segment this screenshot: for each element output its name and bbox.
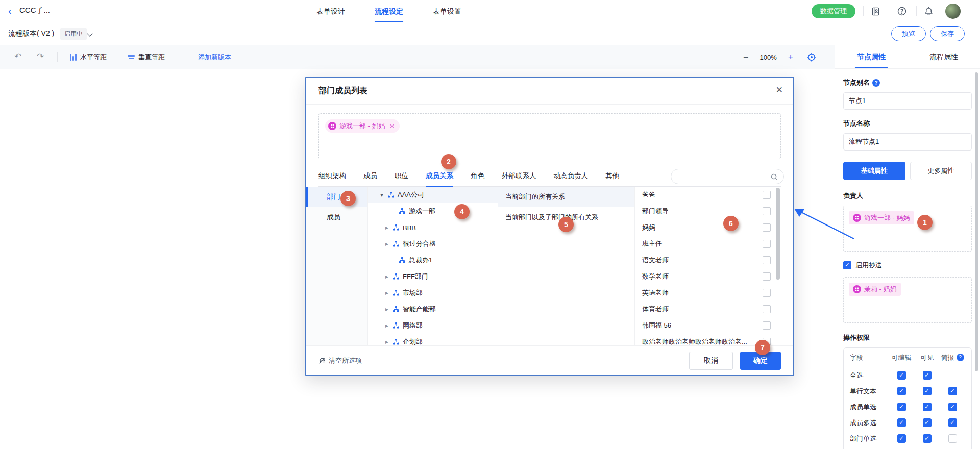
checkbox[interactable] bbox=[897, 371, 906, 380]
help-icon[interactable] bbox=[896, 5, 908, 17]
expand-icon[interactable] bbox=[385, 273, 393, 280]
checkbox[interactable] bbox=[897, 418, 906, 427]
relation-scope-current[interactable]: 当前部门的所有关系 bbox=[498, 187, 634, 207]
checkbox[interactable] bbox=[923, 418, 932, 427]
clear-selection-button[interactable]: 清空所选项 bbox=[318, 356, 362, 365]
owner-select-area[interactable]: 游戏一部 - 妈妈 bbox=[843, 206, 972, 252]
member-row[interactable]: 部门领导 bbox=[635, 203, 781, 219]
version-dropdown-icon[interactable] bbox=[87, 31, 92, 36]
contacts-icon[interactable] bbox=[869, 5, 881, 17]
checkbox[interactable] bbox=[763, 321, 771, 330]
tab-form-design[interactable]: 表单设计 bbox=[316, 0, 345, 22]
expand-icon[interactable] bbox=[385, 338, 393, 345]
tab-dynamic-owner[interactable]: 动态负责人 bbox=[554, 167, 589, 187]
checkbox[interactable] bbox=[923, 434, 932, 443]
expand-icon[interactable] bbox=[385, 224, 393, 231]
node-name-input[interactable] bbox=[843, 133, 972, 151]
tree-node-smart-capacity[interactable]: 智能产能部 bbox=[368, 301, 498, 317]
list-scrollbar[interactable] bbox=[776, 188, 780, 280]
tree-node-network[interactable]: 网络部 bbox=[368, 317, 498, 334]
more-properties-button[interactable]: 更多属性 bbox=[910, 162, 972, 180]
tab-other[interactable]: 其他 bbox=[605, 167, 619, 187]
checkbox[interactable] bbox=[763, 223, 771, 232]
category-department[interactable]: 部门 bbox=[306, 187, 368, 207]
undo-icon[interactable]: ↶ bbox=[14, 51, 21, 62]
checkbox[interactable] bbox=[897, 434, 906, 443]
tab-org-structure[interactable]: 组织架构 bbox=[318, 167, 346, 187]
collapse-icon[interactable] bbox=[380, 191, 387, 198]
fit-target-icon[interactable] bbox=[806, 52, 817, 62]
expand-icon[interactable] bbox=[385, 322, 393, 329]
enable-cc-checkbox[interactable]: 启用抄送 bbox=[843, 261, 972, 270]
category-member[interactable]: 成员 bbox=[306, 207, 368, 228]
cc-select-area[interactable]: 茉莉 - 妈妈 bbox=[843, 277, 972, 323]
tab-node-properties[interactable]: 节点属性 bbox=[835, 45, 908, 68]
cc-tag[interactable]: 茉莉 - 妈妈 bbox=[849, 283, 901, 296]
brief-help-icon[interactable]: ? bbox=[957, 354, 964, 361]
tree-node-fff[interactable]: FFF部门 bbox=[368, 268, 498, 285]
node-alias-input[interactable] bbox=[843, 92, 972, 110]
close-icon[interactable]: ✕ bbox=[776, 85, 783, 95]
redo-icon[interactable]: ↷ bbox=[37, 51, 44, 62]
tab-external-contact[interactable]: 外部联系人 bbox=[502, 167, 536, 187]
tab-form-config[interactable]: 表单设置 bbox=[433, 0, 461, 22]
tab-flow-properties[interactable]: 流程属性 bbox=[908, 45, 980, 68]
node-alias-help-icon[interactable]: ? bbox=[872, 79, 880, 87]
cancel-button[interactable]: 取消 bbox=[689, 352, 733, 370]
selected-tag[interactable]: 游戏一部 - 妈妈 ✕ bbox=[325, 119, 400, 133]
checkbox-checked-icon[interactable] bbox=[843, 261, 851, 269]
member-row[interactable]: 爸爸 bbox=[635, 187, 781, 203]
checkbox[interactable] bbox=[948, 387, 957, 395]
member-row[interactable]: 班主任 bbox=[635, 236, 781, 252]
member-row[interactable]: 体育老师 bbox=[635, 301, 781, 317]
panel-scrollbar[interactable] bbox=[975, 72, 978, 371]
checkbox[interactable] bbox=[923, 387, 932, 395]
tree-node-bbb[interactable]: BBB bbox=[368, 219, 498, 236]
checkbox[interactable] bbox=[763, 305, 771, 313]
checkbox[interactable] bbox=[763, 289, 771, 297]
vertical-distribute-button[interactable]: 垂直等距 bbox=[128, 45, 165, 69]
basic-properties-button[interactable]: 基础属性 bbox=[843, 162, 905, 180]
remove-tag-icon[interactable]: ✕ bbox=[389, 122, 395, 130]
back-icon[interactable]: ‹ bbox=[8, 5, 12, 17]
expand-icon[interactable] bbox=[385, 306, 393, 313]
checkbox[interactable] bbox=[948, 418, 957, 427]
member-row[interactable]: 妈妈 bbox=[635, 219, 781, 236]
tree-node-ceo-office[interactable]: 总裁办1 bbox=[368, 252, 498, 268]
tab-role[interactable]: 角色 bbox=[471, 167, 484, 187]
document-title[interactable]: CCC子... bbox=[19, 6, 50, 15]
tree-node-game-dept[interactable]: 游戏一部 bbox=[368, 203, 498, 219]
checkbox[interactable] bbox=[948, 403, 957, 411]
search-input[interactable] bbox=[671, 169, 784, 184]
expand-icon[interactable] bbox=[385, 240, 393, 247]
member-row[interactable]: 韩国福 56 bbox=[635, 317, 781, 334]
expand-icon[interactable] bbox=[385, 289, 393, 296]
tree-node-market[interactable]: 市场部 bbox=[368, 285, 498, 301]
checkbox[interactable] bbox=[897, 403, 906, 411]
checkbox[interactable] bbox=[763, 207, 771, 215]
data-manage-button[interactable]: 数据管理 bbox=[812, 4, 855, 18]
horizontal-distribute-button[interactable]: 水平等距 bbox=[70, 45, 107, 69]
zoom-in-button[interactable]: + bbox=[784, 52, 798, 63]
tab-member-relation[interactable]: 成员关系 bbox=[426, 167, 453, 187]
checkbox[interactable] bbox=[763, 272, 771, 281]
tab-position[interactable]: 职位 bbox=[395, 167, 408, 187]
add-version-link[interactable]: 添加新版本 bbox=[198, 45, 231, 69]
checkbox[interactable] bbox=[923, 403, 932, 411]
tree-node-planning[interactable]: 企划部 bbox=[368, 334, 498, 346]
preview-button[interactable]: 预览 bbox=[891, 26, 926, 41]
zoom-out-button[interactable]: − bbox=[739, 52, 753, 63]
member-row[interactable]: 语文老师 bbox=[635, 252, 781, 268]
checkbox[interactable] bbox=[763, 240, 771, 248]
member-row[interactable]: 英语老师 bbox=[635, 285, 781, 301]
user-avatar[interactable] bbox=[945, 4, 961, 19]
tab-member[interactable]: 成员 bbox=[363, 167, 377, 187]
tree-node-hgfhg[interactable]: 很过分合格 bbox=[368, 236, 498, 252]
save-button[interactable]: 保存 bbox=[930, 26, 965, 41]
checkbox[interactable] bbox=[923, 371, 932, 380]
tree-node-aaa[interactable]: AAA公司 bbox=[368, 187, 498, 203]
member-row[interactable]: 数学老师 bbox=[635, 268, 781, 285]
checkbox[interactable] bbox=[763, 256, 771, 264]
tab-flow-setting[interactable]: 流程设定 bbox=[375, 0, 403, 22]
checkbox[interactable] bbox=[948, 434, 957, 443]
